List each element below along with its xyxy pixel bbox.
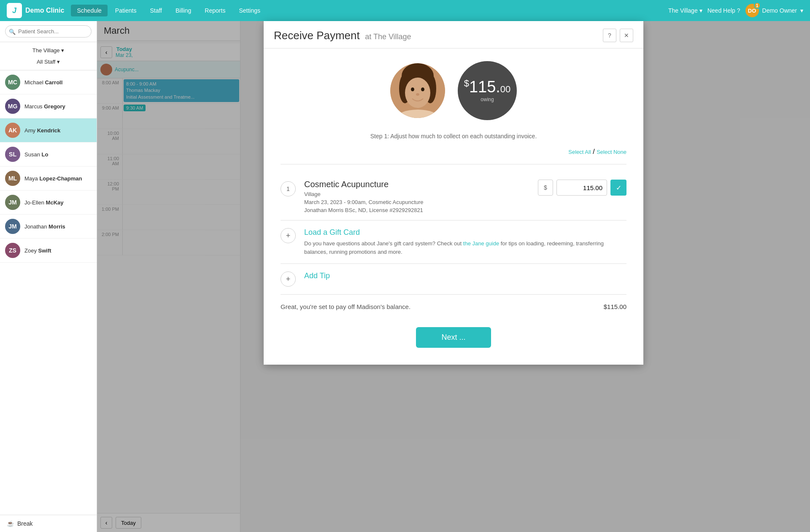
- nav-staff[interactable]: Staff: [144, 5, 168, 16]
- owing-label: owing: [481, 97, 494, 102]
- staff-name-marcus-gregory: Marcus Gregory: [24, 103, 65, 110]
- invoice-number: 1: [281, 181, 296, 196]
- nav-reports[interactable]: Reports: [199, 5, 231, 16]
- break-label: Break: [17, 520, 33, 527]
- avatar-zoey-swift: ZS: [5, 243, 20, 258]
- avatar-marcus-gregory: MG: [5, 99, 20, 114]
- staff-item-michael-carroll[interactable]: MC Michael Carroll: [0, 70, 97, 94]
- break-icon: ☕: [7, 520, 14, 527]
- patient-face-svg: [390, 63, 445, 118]
- modal-overlay: Receive Payment at The Village ? ✕: [97, 21, 810, 532]
- gift-card-expand-btn[interactable]: +: [281, 228, 296, 243]
- sidebar: 🔍 The Village ▾ All Staff ▾ MC Michael C…: [0, 21, 97, 532]
- help-link[interactable]: Need Help ?: [707, 7, 740, 14]
- invoice-check-btn[interactable]: ✓: [610, 180, 626, 196]
- nav-settings[interactable]: Settings: [233, 5, 266, 16]
- nav-patients[interactable]: Patients: [109, 5, 143, 16]
- patient-photo: [390, 63, 445, 118]
- modal-title: Receive Payment at The Village: [274, 29, 411, 42]
- step-text: Step 1: Adjust how much to collect on ea…: [281, 133, 626, 140]
- nav-schedule[interactable]: Schedule: [71, 5, 107, 16]
- staff-name-jo-ellen-mckay: Jo-Ellen McKay: [24, 199, 64, 206]
- staff-item-zoey-swift[interactable]: ZS Zoey Swift: [0, 239, 97, 263]
- village-filter[interactable]: The Village ▾: [5, 46, 92, 55]
- break-button[interactable]: ☕ Break: [0, 515, 97, 532]
- staff-item-maya-lopez-chapman[interactable]: ML Maya Lopez-Chapman: [0, 167, 97, 191]
- staff-item-marcus-gregory[interactable]: MG Marcus Gregory: [0, 94, 97, 118]
- next-btn-wrap: Next ...: [281, 319, 626, 352]
- invoice-location: Village: [304, 191, 529, 197]
- total-row: Great, you're set to pay off Madison's b…: [281, 295, 626, 319]
- village-selector[interactable]: The Village ▾: [668, 7, 702, 14]
- gift-card-title[interactable]: Load a Gift Card: [304, 228, 626, 237]
- patient-search-container: 🔍: [0, 21, 97, 42]
- avatar-maya-lopez-chapman: ML: [5, 171, 20, 186]
- add-tip-title[interactable]: Add Tip: [304, 271, 626, 280]
- staff-name-jonathan-morris: Jonathan Morris: [24, 223, 65, 230]
- staff-item-jo-ellen-mckay[interactable]: JM Jo-Ellen McKay: [0, 191, 97, 215]
- invoice-row: 1 Cosmetic Acupuncture Village March 23,…: [281, 173, 626, 220]
- logo-icon: J: [7, 3, 22, 18]
- receive-payment-modal: Receive Payment at The Village ? ✕: [264, 21, 643, 365]
- top-nav: J Demo Clinic Schedule Patients Staff Bi…: [0, 0, 810, 21]
- svg-point-5: [411, 88, 414, 91]
- logo: J Demo Clinic: [7, 3, 64, 18]
- invoice-date: March 23, 2023 - 9:00am, Cosmetic Acupun…: [304, 199, 529, 205]
- user-avatar: DO 1: [745, 4, 759, 17]
- invoice-amount-wrap: $ ✓: [538, 180, 626, 196]
- total-text: Great, you're set to pay off Madison's b…: [281, 303, 410, 310]
- staff-name-amy-kendrick: Amy Kendrick: [24, 127, 60, 134]
- svg-point-6: [421, 88, 424, 91]
- user-label: Demo Owner: [762, 7, 797, 14]
- gift-card-hint: Do you have questions about Jane's gift …: [304, 239, 626, 256]
- staff-item-amy-kendrick[interactable]: AK Amy Kendrick: [0, 118, 97, 142]
- jane-guide-link[interactable]: the Jane guide: [463, 240, 499, 247]
- user-menu[interactable]: DO 1 Demo Owner ▾: [745, 4, 803, 17]
- modal-help-btn[interactable]: ?: [603, 29, 616, 42]
- select-all-link[interactable]: Select All: [568, 149, 591, 155]
- invoice-title: Cosmetic Acupuncture: [304, 180, 529, 189]
- modal-body: $115.00 owing Step 1: Adjust how much to…: [264, 48, 643, 365]
- staff-name-michael-carroll: Michael Carroll: [24, 79, 62, 86]
- invoice-info: Cosmetic Acupuncture Village March 23, 2…: [304, 180, 529, 213]
- staff-name-susan-lo: Susan Lo: [24, 151, 48, 158]
- avatar-michael-carroll: MC: [5, 75, 20, 90]
- staff-name-maya-lopez-chapman: Maya Lopez-Chapman: [24, 175, 82, 182]
- svg-point-4: [405, 78, 430, 108]
- modal-header: Receive Payment at The Village ? ✕: [264, 21, 643, 48]
- notification-badge: 1: [754, 2, 761, 9]
- avatar-jo-ellen-mckay: JM: [5, 195, 20, 210]
- patient-hero: $115.00 owing: [281, 61, 626, 120]
- modal-location: at The Village: [365, 32, 411, 41]
- select-none-link[interactable]: Select None: [597, 149, 626, 155]
- staff-filter[interactable]: All Staff ▾: [5, 57, 92, 67]
- clinic-name: Demo Clinic: [25, 7, 64, 14]
- amount-owing-circle: $115.00 owing: [458, 61, 517, 120]
- select-links: Select All / Select None: [281, 148, 626, 156]
- modal-close-btn[interactable]: ✕: [620, 29, 633, 42]
- invoice-provider: Jonathan Morris BSc, ND, License #292929…: [304, 207, 529, 213]
- staff-list: MC Michael Carroll MG Marcus Gregory AK …: [0, 70, 97, 515]
- search-icon: 🔍: [9, 28, 16, 35]
- invoice-amount-input[interactable]: [556, 180, 607, 196]
- next-button[interactable]: Next ...: [416, 327, 491, 348]
- avatar-jonathan-morris: JM: [5, 219, 20, 234]
- total-amount: $115.00: [604, 303, 626, 310]
- staff-item-susan-lo[interactable]: SL Susan Lo: [0, 142, 97, 167]
- divider-top: [281, 164, 626, 164]
- nav-billing[interactable]: Billing: [170, 5, 197, 16]
- currency-symbol: $: [538, 180, 553, 196]
- avatar-susan-lo: SL: [5, 147, 20, 162]
- gift-card-row: + Load a Gift Card Do you have questions…: [281, 220, 626, 264]
- staff-name-zoey-swift: Zoey Swift: [24, 247, 51, 254]
- add-tip-expand-btn[interactable]: +: [281, 271, 296, 287]
- staff-item-jonathan-morris[interactable]: JM Jonathan Morris: [0, 215, 97, 239]
- patient-search-input[interactable]: [5, 25, 92, 38]
- avatar-amy-kendrick: AK: [5, 123, 20, 138]
- sidebar-filters: The Village ▾ All Staff ▾: [0, 42, 97, 70]
- svg-point-7: [416, 93, 419, 96]
- add-tip-row: + Add Tip: [281, 264, 626, 295]
